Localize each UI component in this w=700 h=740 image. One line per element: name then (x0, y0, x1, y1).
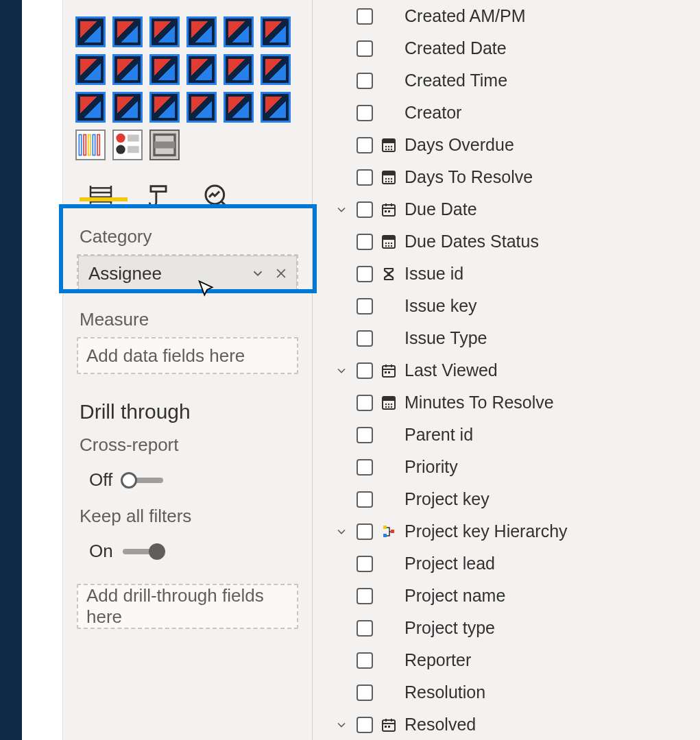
field-label: Creator (405, 103, 461, 123)
expand-chevron-icon (333, 266, 350, 282)
viz-tile[interactable] (112, 16, 143, 47)
fields-list: Created AM/PMCreated DateCreated TimeCre… (321, 0, 700, 740)
field-label: Issue id (405, 264, 463, 284)
none-type-icon (380, 555, 398, 573)
field-checkbox[interactable] (357, 427, 373, 443)
field-item[interactable]: Creator (321, 97, 700, 129)
viz-tile[interactable] (112, 92, 143, 123)
viz-tile[interactable] (224, 16, 254, 47)
category-field-pill[interactable]: Assignee (78, 256, 297, 291)
field-label: Issue Type (405, 328, 487, 348)
keep-filters-toggle[interactable] (123, 549, 164, 554)
expand-chevron-icon (333, 8, 350, 25)
measure-field-well[interactable]: Add data fields here (77, 337, 298, 374)
viz-tile[interactable] (149, 92, 180, 123)
viz-tile[interactable] (186, 92, 217, 123)
field-item[interactable]: Project name (321, 580, 700, 612)
field-item[interactable]: Created AM/PM (321, 0, 700, 32)
viz-tile[interactable] (149, 54, 180, 85)
viz-tile[interactable] (149, 130, 180, 160)
field-checkbox[interactable] (357, 40, 373, 57)
viz-tile[interactable] (224, 54, 254, 85)
viz-tile[interactable] (261, 92, 291, 123)
field-item[interactable]: Days To Resolve (321, 161, 700, 193)
field-checkbox[interactable] (357, 395, 373, 411)
svg-rect-10 (154, 142, 175, 149)
cross-report-toggle[interactable] (122, 478, 163, 483)
viz-tile[interactable] (112, 130, 143, 160)
field-checkbox[interactable] (357, 556, 373, 572)
field-checkbox[interactable] (357, 652, 373, 669)
app-nav-rail (0, 0, 22, 740)
date-type-icon (380, 201, 398, 219)
field-item[interactable]: Resolved (321, 708, 700, 740)
field-item[interactable]: Due Date (321, 193, 700, 225)
field-item[interactable]: Issue id (321, 258, 700, 290)
viz-tile[interactable] (75, 92, 106, 123)
field-item[interactable]: Created Time (321, 64, 700, 97)
field-checkbox[interactable] (357, 684, 373, 701)
viz-tile[interactable] (186, 16, 217, 47)
viz-tile[interactable] (224, 92, 254, 123)
category-field-well[interactable]: Assignee (77, 254, 298, 293)
field-item[interactable]: Issue key (321, 290, 700, 322)
viz-tile[interactable] (149, 16, 180, 47)
expand-chevron-icon (333, 40, 350, 57)
none-type-icon (380, 8, 398, 25)
keep-filters-toggle-row: On (75, 534, 300, 577)
field-item[interactable]: Minutes To Resolve (321, 386, 700, 419)
viz-tile[interactable] (75, 54, 106, 85)
field-checkbox[interactable] (357, 73, 373, 89)
field-checkbox[interactable] (357, 459, 373, 476)
field-item[interactable]: Resolution (321, 676, 700, 708)
format-tab-icon[interactable] (144, 182, 173, 210)
field-checkbox[interactable] (357, 234, 373, 250)
field-checkbox[interactable] (357, 266, 373, 282)
field-label: Reporter (405, 650, 471, 670)
analytics-tab-icon[interactable] (202, 182, 230, 210)
field-checkbox[interactable] (357, 137, 373, 153)
field-item[interactable]: Priority (321, 451, 700, 483)
field-checkbox[interactable] (357, 523, 373, 540)
expand-chevron-icon[interactable] (333, 717, 350, 733)
field-item[interactable]: Project lead (321, 547, 700, 580)
fields-tab-icon[interactable] (86, 182, 115, 210)
field-item[interactable]: Issue Type (321, 322, 700, 354)
field-checkbox[interactable] (357, 620, 373, 637)
expand-chevron-icon[interactable] (333, 362, 350, 379)
viz-tile[interactable] (75, 16, 106, 47)
field-item[interactable]: Due Dates Status (321, 225, 700, 258)
field-checkbox[interactable] (357, 362, 373, 379)
field-checkbox[interactable] (357, 491, 373, 508)
drillthrough-field-well[interactable]: Add drill-through fields here (77, 584, 298, 629)
viz-tile[interactable] (112, 54, 143, 85)
field-checkbox[interactable] (357, 330, 373, 347)
remove-field-icon[interactable] (271, 264, 291, 283)
field-checkbox[interactable] (357, 717, 373, 733)
field-item[interactable]: Parent id (321, 419, 700, 451)
viz-tile[interactable] (75, 130, 106, 160)
field-item[interactable]: Project type (321, 612, 700, 644)
field-checkbox[interactable] (357, 588, 373, 604)
field-item[interactable]: Project key Hierarchy (321, 515, 700, 547)
field-checkbox[interactable] (357, 8, 373, 25)
viz-tile[interactable] (186, 54, 217, 85)
field-pill-label: Assignee (88, 263, 244, 284)
chevron-down-icon[interactable] (248, 264, 267, 283)
field-checkbox[interactable] (357, 298, 373, 314)
field-item[interactable]: Reporter (321, 644, 700, 676)
expand-chevron-icon[interactable] (333, 201, 350, 218)
expand-chevron-icon (333, 556, 350, 572)
svg-rect-7 (128, 135, 139, 142)
field-checkbox[interactable] (357, 201, 373, 218)
field-item[interactable]: Days Overdue (321, 129, 700, 161)
expand-chevron-icon (333, 427, 350, 443)
field-item[interactable]: Last Viewed (321, 354, 700, 386)
expand-chevron-icon[interactable] (333, 523, 350, 540)
viz-tile[interactable] (261, 16, 291, 47)
field-checkbox[interactable] (357, 169, 373, 186)
viz-tile[interactable] (261, 54, 291, 85)
field-checkbox[interactable] (357, 105, 373, 121)
field-item[interactable]: Project key (321, 483, 700, 515)
field-item[interactable]: Created Date (321, 32, 700, 64)
